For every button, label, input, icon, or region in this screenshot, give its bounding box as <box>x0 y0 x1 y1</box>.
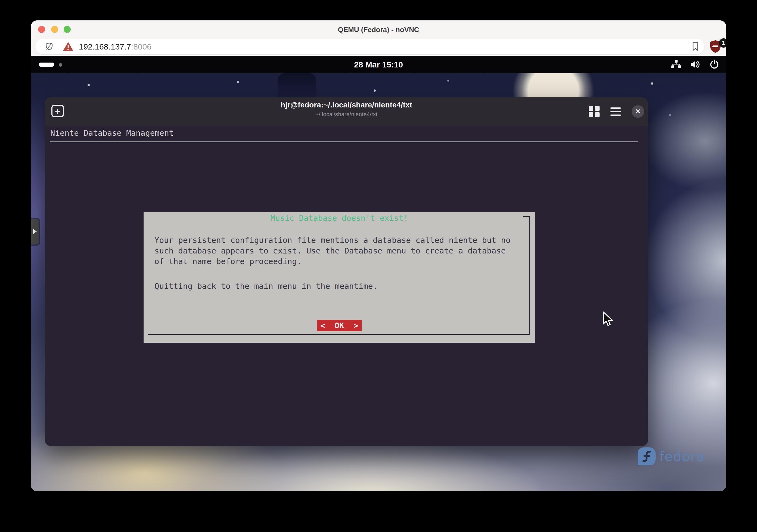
clock-button[interactable]: 28 Mar 15:10 <box>31 56 726 73</box>
terminal-titlebar[interactable]: + hjr@fedora:~/.local/share/niente4/txt … <box>45 97 648 126</box>
warning-triangle-icon[interactable] <box>63 42 73 52</box>
dialog-note: Quitting back to the main menu in the me… <box>154 282 378 291</box>
insecure-shield-icon[interactable] <box>45 42 54 52</box>
url-host: 192.168.137.7 <box>79 42 131 51</box>
dialog-border-bottom <box>148 334 530 335</box>
header-rule <box>50 141 638 142</box>
wallpaper-silhouette <box>278 73 316 98</box>
terminal-subtitle: ~/.local/share/niente4/txt <box>126 111 566 117</box>
adblock-badge: 1 <box>719 38 726 47</box>
address-bar[interactable]: 192.168.137.7:8006 <box>35 39 704 54</box>
stars <box>31 73 32 74</box>
screen-header: Niente Database Management <box>50 128 174 138</box>
url-text[interactable]: 192.168.137.7:8006 <box>79 39 151 54</box>
mouse-cursor <box>602 311 614 329</box>
browser-window: QEMU (Fedora) - noVNC 192.168 <box>31 20 726 491</box>
terminal-window: + hjr@fedora:~/.local/share/niente4/txt … <box>45 97 648 446</box>
url-port: :8006 <box>131 42 151 51</box>
hamburger-menu-button[interactable] <box>610 108 621 116</box>
fedora-brand: fedora <box>638 448 705 465</box>
bookmark-icon[interactable] <box>691 42 700 52</box>
terminal-screen[interactable]: Niente Database Management Music Databas… <box>45 126 648 446</box>
system-status-area[interactable] <box>671 56 719 73</box>
terminal-close-button[interactable]: × <box>632 105 644 118</box>
dialog-body-line: Your persistent configuration file menti… <box>154 235 510 245</box>
fedora-wordmark: fedora <box>659 448 705 465</box>
dialog-body-line: such database appears to exist. Use the … <box>154 246 506 255</box>
dialog-body-line: of that name before proceeding. <box>154 257 302 266</box>
fedora-logo-icon <box>638 448 655 465</box>
message-dialog: Music Database doesn't exist! Your persi… <box>143 212 535 343</box>
new-tab-button[interactable]: + <box>51 105 64 117</box>
fedora-desktop: + hjr@fedora:~/.local/share/niente4/txt … <box>31 73 726 491</box>
power-icon <box>710 60 719 69</box>
chevron-right-icon <box>33 229 37 234</box>
novnc-control-handle[interactable] <box>31 219 39 244</box>
gnome-top-bar: 28 Mar 15:10 <box>31 56 726 73</box>
terminal-title: hjr@fedora:~/.local/share/niente4/txt <box>126 101 566 110</box>
dialog-title: Music Database doesn't exist! <box>143 213 535 223</box>
dialog-border-right <box>529 216 530 335</box>
volume-icon <box>690 60 701 69</box>
screen: QEMU (Fedora) - noVNC 192.168 <box>0 0 757 532</box>
mac-titlebar: QEMU (Fedora) - noVNC <box>31 20 726 38</box>
ok-button[interactable]: < OK > <box>317 320 362 331</box>
terminal-actions: × <box>589 97 644 126</box>
network-icon <box>671 60 681 69</box>
adblock-extension-button[interactable]: 1 <box>709 40 726 55</box>
tabs-overview-button[interactable] <box>589 106 599 117</box>
window-title: QEMU (Fedora) - noVNC <box>31 20 726 38</box>
browser-toolbar: 192.168.137.7:8006 1 <box>31 38 726 56</box>
